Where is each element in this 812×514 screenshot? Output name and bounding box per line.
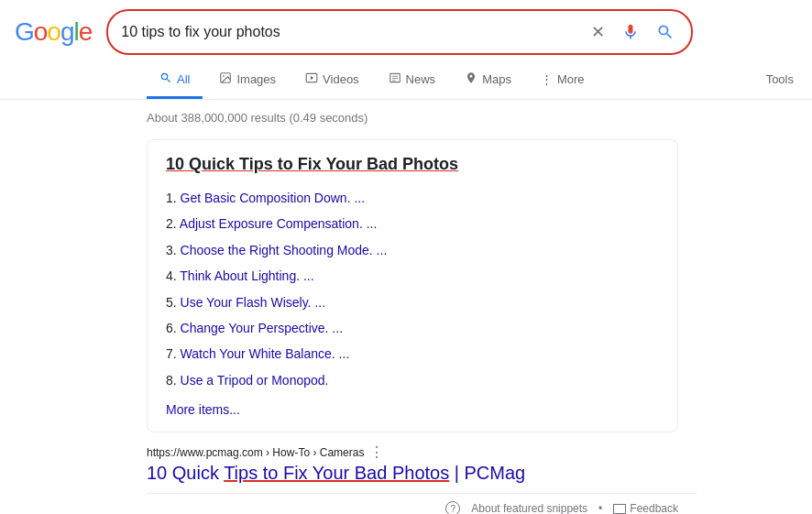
tab-news-label: News [406,72,436,86]
all-icon [159,71,172,87]
more-options-icon[interactable]: ⋮ [369,443,384,461]
logo-letter-e: e [79,17,93,47]
header: G o o g l e 10 tips to fix your photos ✕ [0,0,812,62]
list-item: 5. Use Your Flash Wisely. ... [166,290,659,315]
mic-icon [621,23,640,41]
tools-label: Tools [766,72,794,86]
snippet-title: 10 Quick Tips to Fix Your Bad Photos [166,155,659,174]
svg-point-1 [224,75,225,77]
feedback-label: Feedback [630,502,678,514]
result-url: https://www.pcmag.com › How-To › Cameras [147,446,364,459]
clear-button[interactable]: ✕ [587,18,609,46]
list-item: 1. Get Basic Composition Down. ... [166,185,659,211]
result-link-post: | PCMag [449,463,525,483]
logo-letter-o2: o [47,17,60,47]
search-button[interactable] [653,19,678,45]
tab-videos-label: Videos [323,72,359,86]
google-logo: G o o g l e [15,17,92,47]
result-link[interactable]: 10 Quick Tips to Fix Your Bad Photos | P… [147,463,525,483]
feedback-square-icon [613,504,626,514]
about-snippets-link[interactable]: About featured snippets [471,502,587,514]
list-item: 3. Choose the Right Shooting Mode. ... [166,237,659,263]
search-bar-wrapper: 10 tips to fix your photos ✕ [106,9,693,55]
svg-marker-3 [311,76,314,81]
tab-images-label: Images [236,72,276,86]
feedback-row: ? About featured snippets • Feedback [147,494,697,514]
tab-more[interactable]: ⋮ More [528,63,598,98]
list-item: 2. Adjust Exposure Compensation. ... [166,211,659,236]
list-item: 6. Change Your Perspective. ... [166,315,659,341]
images-icon [219,71,232,87]
tab-all-label: All [177,72,190,86]
snippet-list: 1. Get Basic Composition Down. ... 2. Ad… [166,185,659,393]
tab-tools[interactable]: Tools [753,63,812,98]
list-item: 8. Use a Tripod or Monopod. [166,367,659,393]
search-icon [656,23,675,41]
search-input[interactable]: 10 tips to fix your photos [121,24,580,40]
tab-videos[interactable]: Videos [292,62,372,99]
result-link-pre: 10 Quick [147,463,224,483]
tab-maps-label: Maps [482,72,511,86]
results-count: About 388,000,000 results (0.49 seconds) [147,111,697,125]
list-item: 4. Think About Lighting. ... [166,263,659,289]
result-url-row: https://www.pcmag.com › How-To › Cameras… [147,443,697,461]
mic-button[interactable] [618,19,643,45]
logo-letter-o1: o [34,17,48,47]
help-icon[interactable]: ? [445,501,460,514]
list-item: 7. Watch Your White Balance. ... [166,341,659,366]
tab-more-label: More [557,72,585,86]
logo-letter-g2: g [60,17,74,47]
more-icon: ⋮ [541,72,553,86]
videos-icon [305,71,318,87]
news-icon [389,71,401,87]
nav-tabs: All Images Videos News Maps ⋮ More Tools [0,62,812,100]
feedback-separator: • [598,502,602,514]
search-bar: 10 tips to fix your photos ✕ [106,9,693,55]
tab-news[interactable]: News [376,62,449,99]
maps-icon [465,71,477,87]
search-icons: ✕ [587,18,678,46]
feedback-button[interactable]: Feedback [613,502,678,514]
results-area: About 388,000,000 results (0.49 seconds)… [0,100,697,514]
tab-images[interactable]: Images [206,62,289,99]
result-link-underlined: Tips to Fix Your Bad Photos [224,463,449,483]
more-items-link[interactable]: More items... [166,402,240,417]
featured-snippet: 10 Quick Tips to Fix Your Bad Photos 1. … [147,139,678,432]
logo-letter-g: G [15,17,34,47]
tab-maps[interactable]: Maps [452,62,524,99]
tab-all[interactable]: All [147,62,203,99]
